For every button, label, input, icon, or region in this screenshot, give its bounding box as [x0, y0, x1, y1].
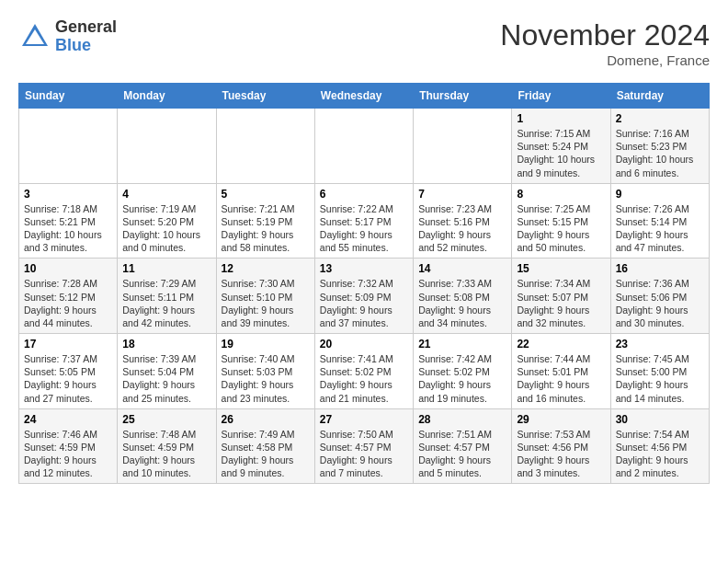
day-number: 10 — [24, 262, 112, 275]
col-sunday: Sunday — [19, 84, 118, 109]
day-info: Sunrise: 7:34 AMSunset: 5:07 PMDaylight:… — [517, 277, 605, 329]
calendar-cell — [216, 109, 314, 184]
day-info: Sunrise: 7:22 AMSunset: 5:17 PMDaylight:… — [320, 202, 408, 255]
calendar-cell: 2Sunrise: 7:16 AMSunset: 5:23 PMDaylight… — [610, 109, 709, 184]
calendar-cell: 12Sunrise: 7:30 AMSunset: 5:10 PMDayligh… — [216, 259, 314, 334]
calendar-cell: 24Sunrise: 7:46 AMSunset: 4:59 PMDayligh… — [19, 408, 118, 484]
day-number: 3 — [24, 188, 112, 201]
day-info: Sunrise: 7:39 AMSunset: 5:04 PMDaylight:… — [122, 352, 210, 405]
day-info: Sunrise: 7:15 AMSunset: 5:24 PMDaylight:… — [517, 127, 605, 179]
logo-blue: Blue — [55, 37, 117, 55]
day-info: Sunrise: 7:45 AMSunset: 5:00 PMDaylight:… — [616, 352, 704, 405]
calendar-cell: 19Sunrise: 7:40 AMSunset: 5:03 PMDayligh… — [216, 334, 314, 409]
day-info: Sunrise: 7:54 AMSunset: 4:56 PMDaylight:… — [616, 428, 704, 480]
location: Domene, France — [500, 52, 710, 68]
day-number: 12 — [222, 262, 310, 275]
day-info: Sunrise: 7:16 AMSunset: 5:23 PMDaylight:… — [616, 127, 704, 179]
day-number: 14 — [418, 262, 506, 275]
day-number: 30 — [616, 413, 704, 426]
calendar-cell: 6Sunrise: 7:22 AMSunset: 5:17 PMDaylight… — [314, 183, 413, 259]
calendar-cell: 1Sunrise: 7:15 AMSunset: 5:24 PMDaylight… — [512, 109, 610, 184]
day-number: 18 — [122, 338, 210, 350]
col-thursday: Thursday — [414, 84, 512, 109]
day-info: Sunrise: 7:18 AMSunset: 5:21 PMDaylight:… — [24, 202, 112, 255]
calendar-week-3: 10Sunrise: 7:28 AMSunset: 5:12 PMDayligh… — [19, 259, 710, 334]
day-info: Sunrise: 7:48 AMSunset: 4:59 PMDaylight:… — [122, 428, 210, 480]
day-number: 11 — [122, 262, 210, 275]
day-info: Sunrise: 7:26 AMSunset: 5:14 PMDaylight:… — [616, 202, 704, 255]
col-friday: Friday — [512, 84, 610, 109]
calendar-cell: 22Sunrise: 7:44 AMSunset: 5:01 PMDayligh… — [512, 334, 610, 409]
day-info: Sunrise: 7:30 AMSunset: 5:10 PMDaylight:… — [222, 277, 310, 329]
day-info: Sunrise: 7:29 AMSunset: 5:11 PMDaylight:… — [122, 277, 210, 329]
logo-text: General Blue — [55, 18, 117, 55]
calendar-cell: 7Sunrise: 7:23 AMSunset: 5:16 PMDaylight… — [414, 183, 512, 259]
day-number: 15 — [517, 262, 605, 275]
day-number: 4 — [122, 188, 210, 201]
col-tuesday: Tuesday — [216, 84, 314, 109]
day-info: Sunrise: 7:21 AMSunset: 5:19 PMDaylight:… — [222, 202, 310, 255]
day-number: 9 — [616, 188, 704, 201]
day-number: 1 — [517, 112, 605, 125]
day-info: Sunrise: 7:32 AMSunset: 5:09 PMDaylight:… — [320, 277, 408, 329]
calendar-cell: 18Sunrise: 7:39 AMSunset: 5:04 PMDayligh… — [118, 334, 216, 409]
calendar-week-2: 3Sunrise: 7:18 AMSunset: 5:21 PMDaylight… — [19, 183, 710, 259]
day-info: Sunrise: 7:37 AMSunset: 5:05 PMDaylight:… — [24, 352, 112, 405]
day-info: Sunrise: 7:46 AMSunset: 4:59 PMDaylight:… — [24, 428, 112, 480]
calendar-cell: 29Sunrise: 7:53 AMSunset: 4:56 PMDayligh… — [512, 408, 610, 484]
calendar-week-4: 17Sunrise: 7:37 AMSunset: 5:05 PMDayligh… — [19, 334, 710, 409]
day-info: Sunrise: 7:51 AMSunset: 4:57 PMDaylight:… — [418, 428, 506, 480]
calendar-cell: 30Sunrise: 7:54 AMSunset: 4:56 PMDayligh… — [610, 408, 709, 484]
calendar-week-5: 24Sunrise: 7:46 AMSunset: 4:59 PMDayligh… — [19, 408, 710, 484]
calendar-cell: 13Sunrise: 7:32 AMSunset: 5:09 PMDayligh… — [314, 259, 413, 334]
calendar-cell: 23Sunrise: 7:45 AMSunset: 5:00 PMDayligh… — [610, 334, 709, 409]
calendar-cell: 9Sunrise: 7:26 AMSunset: 5:14 PMDaylight… — [610, 183, 709, 259]
day-info: Sunrise: 7:25 AMSunset: 5:15 PMDaylight:… — [517, 202, 605, 255]
calendar-cell: 21Sunrise: 7:42 AMSunset: 5:02 PMDayligh… — [414, 334, 512, 409]
calendar-cell: 4Sunrise: 7:19 AMSunset: 5:20 PMDaylight… — [118, 183, 216, 259]
day-number: 22 — [517, 338, 605, 350]
day-number: 19 — [222, 338, 310, 350]
calendar-cell: 25Sunrise: 7:48 AMSunset: 4:59 PMDayligh… — [118, 408, 216, 484]
header-row: Sunday Monday Tuesday Wednesday Thursday… — [19, 84, 710, 109]
calendar-cell: 5Sunrise: 7:21 AMSunset: 5:19 PMDaylight… — [216, 183, 314, 259]
page-header: General Blue November 2024 Domene, Franc… — [18, 18, 710, 68]
day-info: Sunrise: 7:40 AMSunset: 5:03 PMDaylight:… — [222, 352, 310, 405]
calendar-cell: 26Sunrise: 7:49 AMSunset: 4:58 PMDayligh… — [216, 408, 314, 484]
calendar-cell: 28Sunrise: 7:51 AMSunset: 4:57 PMDayligh… — [414, 408, 512, 484]
day-info: Sunrise: 7:19 AMSunset: 5:20 PMDaylight:… — [122, 202, 210, 255]
calendar-body: 1Sunrise: 7:15 AMSunset: 5:24 PMDaylight… — [19, 109, 710, 484]
day-number: 28 — [418, 413, 506, 426]
logo: General Blue — [18, 18, 117, 55]
day-number: 20 — [320, 338, 408, 350]
day-info: Sunrise: 7:41 AMSunset: 5:02 PMDaylight:… — [320, 352, 408, 405]
calendar-cell: 3Sunrise: 7:18 AMSunset: 5:21 PMDaylight… — [19, 183, 118, 259]
calendar-cell: 15Sunrise: 7:34 AMSunset: 5:07 PMDayligh… — [512, 259, 610, 334]
calendar-header: Sunday Monday Tuesday Wednesday Thursday… — [19, 84, 710, 109]
calendar-cell — [314, 109, 413, 184]
day-number: 6 — [320, 188, 408, 201]
day-info: Sunrise: 7:28 AMSunset: 5:12 PMDaylight:… — [24, 277, 112, 329]
day-info: Sunrise: 7:53 AMSunset: 4:56 PMDaylight:… — [517, 428, 605, 480]
calendar-table: Sunday Monday Tuesday Wednesday Thursday… — [18, 83, 710, 484]
col-saturday: Saturday — [610, 84, 709, 109]
day-info: Sunrise: 7:50 AMSunset: 4:57 PMDaylight:… — [320, 428, 408, 480]
calendar-cell: 10Sunrise: 7:28 AMSunset: 5:12 PMDayligh… — [19, 259, 118, 334]
day-number: 7 — [418, 188, 506, 201]
day-info: Sunrise: 7:23 AMSunset: 5:16 PMDaylight:… — [418, 202, 506, 255]
month-title: November 2024 — [500, 18, 710, 52]
day-info: Sunrise: 7:33 AMSunset: 5:08 PMDaylight:… — [418, 277, 506, 329]
day-number: 17 — [24, 338, 112, 350]
day-number: 2 — [616, 112, 704, 125]
day-number: 29 — [517, 413, 605, 426]
calendar-cell — [19, 109, 118, 184]
day-info: Sunrise: 7:42 AMSunset: 5:02 PMDaylight:… — [418, 352, 506, 405]
calendar-week-1: 1Sunrise: 7:15 AMSunset: 5:24 PMDaylight… — [19, 109, 710, 184]
day-info: Sunrise: 7:44 AMSunset: 5:01 PMDaylight:… — [517, 352, 605, 405]
col-monday: Monday — [118, 84, 216, 109]
title-block: November 2024 Domene, France — [500, 18, 710, 68]
day-number: 26 — [222, 413, 310, 426]
day-info: Sunrise: 7:49 AMSunset: 4:58 PMDaylight:… — [222, 428, 310, 480]
calendar-cell: 17Sunrise: 7:37 AMSunset: 5:05 PMDayligh… — [19, 334, 118, 409]
day-number: 5 — [222, 188, 310, 201]
